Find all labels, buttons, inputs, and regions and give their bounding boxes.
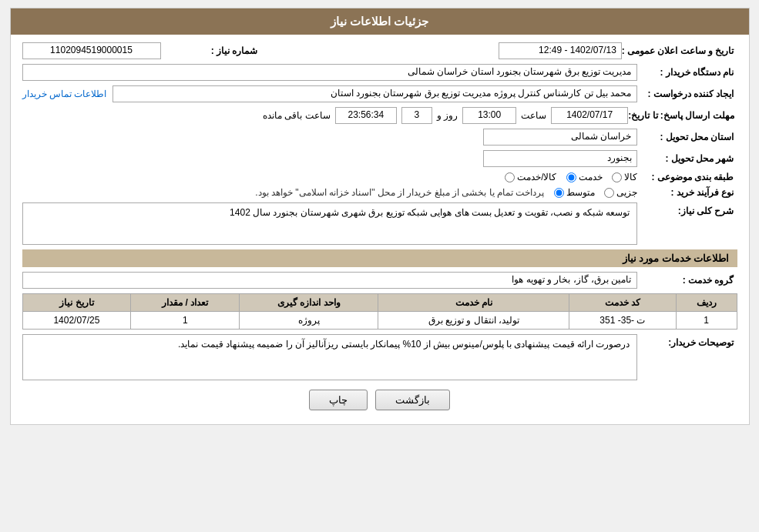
city-value: بجنورد (483, 150, 637, 167)
province-label: استان محل تحویل : (637, 132, 737, 142)
deadline-days: 3 (401, 107, 432, 124)
services-table-container: ردیف کد خدمت نام خدمت واحد اندازه گیری ت… (22, 293, 737, 330)
category-radio-group: کالا خدمت کالا/خدمت (505, 172, 636, 182)
deadline-time: 13:00 (462, 107, 516, 124)
category-row: طبقه بندی موضوعی : کالا خدمت کالا/خدمت (22, 172, 737, 182)
creator-contact-link[interactable]: اطلاعات تماس خریدار (22, 89, 107, 99)
process-radio-jozi[interactable]: جزیی (604, 187, 637, 198)
col-header-radif: ردیف (676, 294, 737, 312)
number-date-row: تاریخ و ساعت اعلان عمومی : 1402/07/13 - … (22, 42, 737, 59)
table-cell: تولید، انتقال و توزیع برق (378, 312, 569, 330)
process-label: نوع فرآیند خرید : (637, 187, 737, 198)
main-container: جزئیات اطلاعات نیاز تاریخ و ساعت اعلان ع… (10, 8, 750, 425)
table-row: 1ت -35- 351تولید، انتقال و توزیع برقپروژ… (22, 312, 737, 330)
announce-date-value: 1402/07/13 - 12:49 (499, 42, 622, 59)
deadline-label: مهلت ارسال پاسخ: تا تاریخ: (628, 110, 737, 121)
khedmat-radio-input[interactable] (566, 172, 576, 182)
creator-label: ایجاد کننده درخواست : (637, 89, 737, 99)
category-radio-kala[interactable]: کالا (612, 172, 637, 182)
city-row: شهر محل تحویل : بجنورد (22, 150, 737, 167)
category-label: طبقه بندی موضوعی : (637, 172, 737, 182)
motavasset-radio-input[interactable] (554, 188, 564, 198)
process-row: نوع فرآیند خرید : جزیی متوسط پرداخت تمام… (22, 187, 737, 198)
buyer-notes-label: توصیحات خریدار: (637, 334, 737, 348)
col-header-name: نام خدمت (378, 294, 569, 312)
service-group-label: گروه خدمت : (637, 275, 737, 286)
need-number-label: شماره نیاز : (161, 45, 261, 56)
table-cell: پروژه (240, 312, 378, 330)
col-header-code: کد خدمت (569, 294, 676, 312)
content-area: تاریخ و ساعت اعلان عمومی : 1402/07/13 - … (11, 35, 749, 424)
jozi-radio-input[interactable] (604, 188, 614, 198)
action-buttons: بازگشت چاپ (22, 390, 737, 410)
table-cell: ت -35- 351 (569, 312, 676, 330)
province-row: استان محل تحویل : خراسان شمالی (22, 129, 737, 146)
kala-khedmat-radio-input[interactable] (505, 172, 515, 182)
city-label: شهر محل تحویل : (637, 153, 737, 164)
page-header: جزئیات اطلاعات نیاز (11, 8, 749, 35)
deadline-remaining: 23:56:34 (335, 107, 397, 124)
col-header-date: تاریخ نیاز (22, 294, 131, 312)
hour-label: ساعت (521, 110, 546, 121)
deadline-date: 1402/07/17 (551, 107, 628, 124)
process-group: جزیی متوسط پرداخت تمام یا بخشی از مبلغ خ… (22, 187, 637, 198)
services-table: ردیف کد خدمت نام خدمت واحد اندازه گیری ت… (22, 293, 737, 330)
creator-value: محمد بیل تن کارشناس کنترل پروژه مدیریت ت… (113, 85, 636, 102)
buyer-notes-textarea[interactable] (22, 334, 637, 380)
motavasset-label: متوسط (566, 187, 595, 198)
table-header-row: ردیف کد خدمت نام خدمت واحد اندازه گیری ت… (22, 294, 737, 312)
need-desc-label: شرح کلی نیاز: (637, 202, 737, 216)
services-header-title: اطلاعات خدمات مورد نیاز (623, 253, 730, 264)
khedmat-label: خدمت (579, 172, 603, 182)
need-desc-row: شرح کلی نیاز: (22, 202, 737, 245)
service-group-row: گروه خدمت : تامین برق، گاز، بخار و تهویه… (22, 272, 737, 289)
table-cell: 1402/07/25 (22, 312, 131, 330)
creator-row: ایجاد کننده درخواست : محمد بیل تن کارشنا… (22, 85, 737, 102)
category-radio-kala-khedmat[interactable]: کالا/خدمت (505, 172, 556, 182)
remain-label: ساعت باقی مانده (263, 110, 331, 121)
announce-date-label: تاریخ و ساعت اعلان عمومی : (622, 45, 737, 56)
services-section-header: اطلاعات خدمات مورد نیاز (22, 249, 737, 267)
process-radio-motavasset[interactable]: متوسط (554, 187, 595, 198)
province-value: خراسان شمالی (483, 129, 637, 146)
jozi-label: جزیی (616, 187, 637, 198)
buyer-notes-row: توصیحات خریدار: (22, 334, 737, 380)
category-radio-khedmat[interactable]: خدمت (566, 172, 603, 182)
table-cell: 1 (676, 312, 737, 330)
process-note: پرداخت تمام یا بخشی از مبلغ خریدار از مح… (255, 187, 544, 198)
col-header-unit: واحد اندازه گیری (240, 294, 378, 312)
col-header-qty: تعداد / مقدار (131, 294, 240, 312)
buyer-org-row: نام دستگاه خریدار : مدیریت توزیع برق شهر… (22, 64, 737, 81)
kala-radio-input[interactable] (612, 172, 622, 182)
print-button[interactable]: چاپ (309, 390, 368, 410)
header-title: جزئیات اطلاعات نیاز (331, 15, 428, 28)
deadline-row: مهلت ارسال پاسخ: تا تاریخ: 1402/07/17 سا… (22, 107, 737, 124)
back-button[interactable]: بازگشت (375, 390, 450, 410)
kala-khedmat-label: کالا/خدمت (517, 172, 556, 182)
service-group-value: تامین برق، گاز، بخار و تهویه هوا (22, 272, 637, 289)
need-desc-textarea[interactable] (22, 202, 637, 245)
kala-label: کالا (624, 172, 637, 182)
table-cell: 1 (131, 312, 240, 330)
buyer-org-value: مدیریت توزیع برق شهرستان بجنورد استان خر… (22, 64, 637, 81)
day-label: روز و (437, 110, 458, 121)
need-number-value: 1102094519000015 (22, 42, 161, 59)
buyer-org-label: نام دستگاه خریدار : (637, 67, 737, 78)
